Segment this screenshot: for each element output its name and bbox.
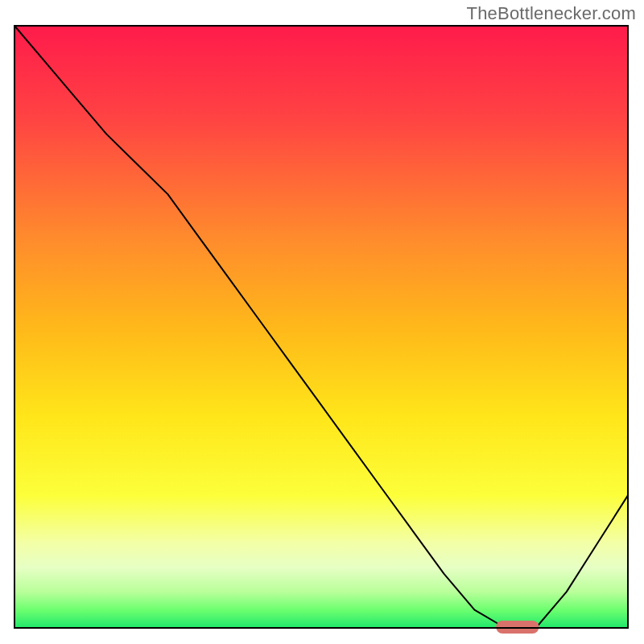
bottleneck-chart	[0, 0, 644, 644]
chart-container: TheBottlenecker.com	[0, 0, 644, 644]
watermark-text: TheBottlenecker.com	[467, 3, 636, 24]
gradient-background	[14, 26, 628, 628]
